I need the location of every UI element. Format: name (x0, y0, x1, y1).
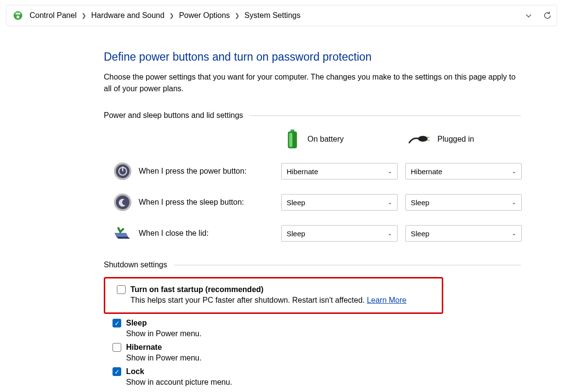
svg-rect-5 (289, 133, 292, 147)
column-label: On battery (307, 135, 344, 144)
checkbox-label: Turn on fast startup (recommended) (130, 285, 263, 294)
column-header-on-battery: On battery (281, 128, 398, 156)
chevron-down-icon: ⌄ (512, 168, 516, 175)
svg-point-6 (418, 136, 428, 142)
select-value: Sleep (411, 229, 429, 238)
checkbox-description: Show in Power menu. (126, 354, 521, 362)
svg-point-2 (16, 16, 19, 18)
select-value: Sleep (287, 198, 305, 207)
power-settings-grid: On battery Plugged in (104, 128, 521, 249)
chevron-down-icon: ⌄ (512, 199, 516, 206)
svg-rect-3 (290, 130, 294, 131)
row-text: When I press the sleep button: (139, 198, 244, 207)
select-value: Hibernate (411, 167, 442, 176)
checkbox-fast-startup[interactable] (117, 285, 126, 294)
checkbox-label: Sleep (126, 319, 147, 327)
shutdown-item-sleep: Sleep Show in Power menu. (104, 317, 521, 341)
section-header-power-buttons: Power and sleep buttons and lid settings (104, 111, 521, 120)
checkbox-description: Show in account picture menu. (126, 378, 521, 387)
select-value: Hibernate (287, 167, 318, 176)
select-lid-battery[interactable]: Sleep ⌄ (281, 225, 398, 242)
section-header-shutdown: Shutdown settings (104, 261, 521, 269)
control-panel-icon (13, 11, 23, 20)
shutdown-item-lock: Lock Show in account picture menu. (104, 365, 521, 390)
select-value: Sleep (287, 229, 305, 238)
page-description: Choose the power settings that you want … (104, 71, 521, 95)
column-label: Plugged in (437, 135, 474, 144)
svg-point-14 (116, 196, 129, 209)
section-label: Power and sleep buttons and lid settings (104, 111, 243, 120)
breadcrumb-item[interactable]: System Settings (244, 11, 301, 20)
select-value: Sleep (411, 198, 429, 207)
chevron-down-icon: ⌄ (512, 230, 516, 237)
svg-rect-8 (427, 140, 430, 141)
chevron-right-icon: ❯ (169, 12, 174, 19)
chevron-right-icon: ❯ (81, 12, 86, 19)
breadcrumb-bar: Control Panel ❯ Hardware and Sound ❯ Pow… (6, 5, 557, 26)
section-rule (174, 265, 521, 265)
content-area: Define power buttons and turn on passwor… (104, 50, 521, 390)
checkbox-lock[interactable] (113, 367, 121, 376)
dropdown-button[interactable] (525, 12, 532, 19)
select-power-button-plugged[interactable]: Hibernate ⌄ (405, 163, 522, 180)
sleep-button-icon (113, 193, 132, 212)
shutdown-item-fast-startup: Turn on fast startup (recommended) This … (108, 283, 436, 308)
shutdown-section: Shutdown settings Turn on fast startup (… (104, 261, 521, 390)
breadcrumb-item[interactable]: Hardware and Sound (91, 11, 164, 20)
section-rule (250, 115, 521, 116)
select-power-button-battery[interactable]: Hibernate ⌄ (281, 163, 398, 180)
row-label-close-lid: When I close the lid: (104, 218, 273, 249)
checkbox-description: Show in Power menu. (126, 329, 521, 338)
row-text: When I close the lid: (139, 229, 209, 238)
battery-icon (284, 130, 301, 149)
checkbox-description: This helps start your PC faster after sh… (130, 296, 436, 305)
refresh-button[interactable] (543, 11, 552, 20)
breadcrumb-item[interactable]: Control Panel (30, 11, 77, 20)
checkbox-hibernate[interactable] (113, 343, 121, 352)
row-text: When I press the power button: (139, 167, 246, 176)
shutdown-item-hibernate: Hibernate Show in Power menu. (104, 341, 521, 365)
checkbox-label: Hibernate (126, 343, 162, 352)
chevron-down-icon: ⌄ (387, 199, 392, 206)
breadcrumb-item[interactable]: Power Options (179, 11, 230, 20)
column-header-plugged-in: Plugged in (405, 132, 522, 151)
plug-icon (408, 134, 431, 145)
row-label-power-button: When I press the power button: (104, 156, 273, 187)
select-sleep-button-battery[interactable]: Sleep ⌄ (281, 194, 398, 211)
select-lid-plugged[interactable]: Sleep ⌄ (405, 225, 522, 242)
section-label: Shutdown settings (104, 261, 167, 269)
close-lid-icon (113, 224, 132, 243)
checkbox-sleep[interactable] (113, 319, 121, 327)
chevron-down-icon: ⌄ (387, 230, 392, 237)
select-sleep-button-plugged[interactable]: Sleep ⌄ (405, 194, 522, 211)
row-label-sleep-button: When I press the sleep button: (104, 187, 273, 218)
chevron-right-icon: ❯ (235, 12, 240, 19)
svg-rect-1 (16, 13, 20, 15)
learn-more-link[interactable]: Learn More (367, 296, 406, 304)
page-title: Define power buttons and turn on passwor… (104, 50, 521, 64)
svg-rect-7 (427, 137, 430, 138)
highlight-annotation: Turn on fast startup (recommended) This … (104, 277, 443, 314)
chevron-down-icon: ⌄ (387, 168, 392, 175)
checkbox-label: Lock (126, 367, 144, 376)
power-button-icon (113, 162, 132, 180)
